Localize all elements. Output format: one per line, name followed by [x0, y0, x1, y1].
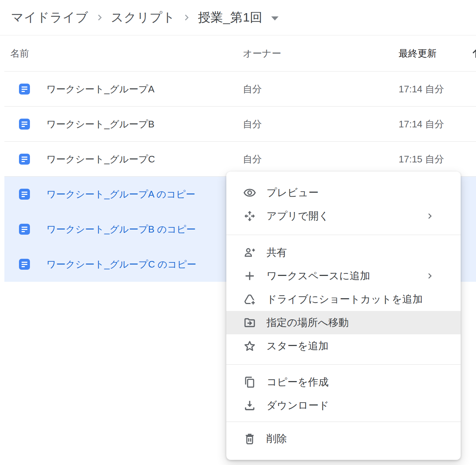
plus-icon — [243, 269, 256, 283]
submenu-chevron-icon — [425, 211, 434, 221]
menu-item-add-to-workspace[interactable]: ワークスペースに追加 — [226, 264, 461, 288]
file-name: ワークシート_グループA のコピー — [46, 188, 195, 201]
docs-file-icon — [19, 154, 30, 165]
menu-item-label: プレビュー — [266, 186, 319, 200]
menu-item-move-to[interactable]: 指定の場所へ移動 — [226, 311, 461, 334]
column-header-name[interactable]: 名前 — [0, 47, 243, 60]
caret-down-icon[interactable] — [271, 16, 279, 20]
menu-item-label: 削除 — [266, 432, 287, 446]
trash-icon — [243, 432, 256, 445]
menu-item-label: 指定の場所へ移動 — [266, 316, 349, 330]
file-owner: 自分 — [243, 118, 399, 131]
file-modified: 17:14 自分 — [399, 118, 444, 131]
file-row[interactable]: ワークシート_グループB 自分 17:14 自分 — [0, 107, 476, 142]
file-name: ワークシート_グループB のコピー — [46, 223, 196, 236]
file-modified: 17:15 自分 — [399, 153, 444, 166]
menu-item-preview[interactable]: プレビュー — [226, 181, 461, 204]
open-with-icon — [243, 210, 256, 223]
docs-file-icon — [19, 84, 30, 95]
drive-shortcut-icon — [243, 293, 256, 306]
menu-item-label: コピーを作成 — [266, 375, 329, 389]
menu-item-add-shortcut-to-drive[interactable]: ドライブにショートカットを追加 — [226, 288, 461, 311]
file-name: ワークシート_グループC のコピー — [46, 258, 196, 271]
file-name: ワークシート_グループC — [46, 153, 155, 166]
column-header-owner[interactable]: オーナー — [243, 47, 399, 60]
breadcrumb: マイドライブ スクリプト 授業_第1回 — [0, 0, 476, 35]
file-owner: 自分 — [243, 153, 399, 166]
menu-item-remove[interactable]: 削除 — [226, 427, 461, 450]
docs-file-icon — [19, 224, 30, 235]
menu-item-label: アプリで開く — [266, 209, 329, 223]
eye-icon — [243, 186, 256, 199]
file-row[interactable]: ワークシート_グループA 自分 17:14 自分 — [0, 72, 476, 107]
docs-file-icon — [19, 119, 30, 130]
breadcrumb-item-my-drive[interactable]: マイドライブ — [11, 9, 88, 26]
chevron-right-icon — [95, 13, 104, 22]
breadcrumb-item-scripts[interactable]: スクリプト — [111, 9, 175, 26]
docs-file-icon — [19, 259, 30, 270]
copy-icon — [243, 376, 256, 389]
menu-item-make-a-copy[interactable]: コピーを作成 — [226, 370, 461, 394]
menu-item-label: ドライブにショートカットを追加 — [266, 292, 423, 306]
menu-item-open-with[interactable]: アプリで開く — [226, 204, 461, 228]
menu-item-download[interactable]: ダウンロード — [226, 394, 461, 417]
star-icon — [243, 339, 256, 353]
menu-item-label: ワークスペースに追加 — [266, 269, 370, 283]
menu-item-label: スターを追加 — [266, 339, 329, 353]
file-name: ワークシート_グループB — [46, 118, 154, 131]
file-name: ワークシート_グループA — [46, 83, 154, 96]
person-add-icon — [243, 246, 256, 259]
file-list-header: 名前 オーナー 最終更新 — [0, 35, 476, 72]
breadcrumb-item-current-folder[interactable]: 授業_第1回 — [198, 9, 262, 26]
move-folder-icon — [243, 316, 256, 329]
menu-item-share[interactable]: 共有 — [226, 241, 461, 264]
docs-file-icon — [19, 189, 30, 200]
submenu-chevron-icon — [425, 271, 434, 281]
menu-item-label: 共有 — [266, 246, 287, 260]
column-header-modified[interactable]: 最終更新 — [399, 47, 437, 60]
context-menu: プレビュー アプリで開く — [226, 172, 461, 460]
menu-item-label: ダウンロード — [266, 399, 329, 412]
file-owner: 自分 — [243, 83, 399, 96]
arrow-up-icon[interactable] — [470, 47, 476, 60]
file-modified: 17:14 自分 — [399, 83, 444, 96]
chevron-right-icon — [182, 13, 191, 22]
menu-item-add-star[interactable]: スターを追加 — [226, 334, 461, 358]
download-icon — [243, 399, 256, 412]
